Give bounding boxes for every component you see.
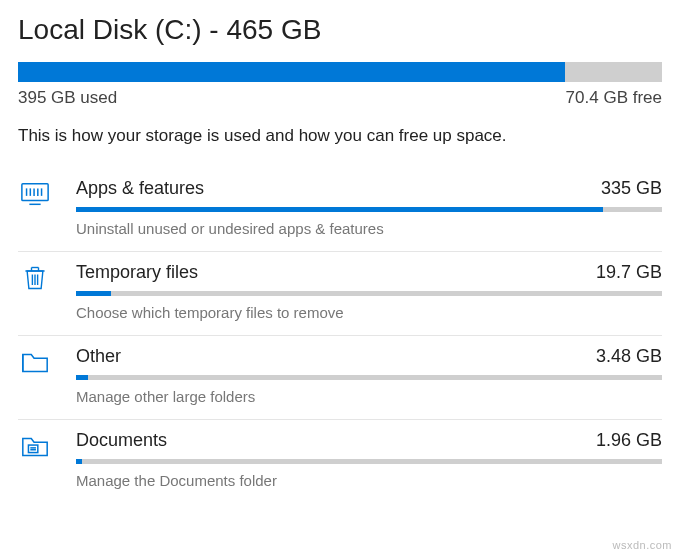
category-name: Other	[76, 346, 121, 367]
category-description: Uninstall unused or undesired apps & fea…	[76, 220, 662, 237]
category-bar	[76, 291, 662, 296]
folder-icon	[18, 346, 52, 405]
category-bar-fill	[76, 207, 603, 212]
trash-icon	[18, 262, 52, 321]
category-size: 19.7 GB	[596, 262, 662, 283]
storage-usage-labels: 395 GB used 70.4 GB free	[18, 88, 662, 108]
category-bar-fill	[76, 291, 111, 296]
storage-description: This is how your storage is used and how…	[18, 126, 662, 146]
category-documents[interactable]: Documents 1.96 GB Manage the Documents f…	[18, 420, 662, 503]
category-folder[interactable]: Other 3.48 GB Manage other large folders	[18, 336, 662, 420]
category-size: 1.96 GB	[596, 430, 662, 451]
documents-icon	[18, 430, 52, 489]
category-bar	[76, 207, 662, 212]
category-description: Choose which temporary files to remove	[76, 304, 662, 321]
apps-icon	[18, 178, 52, 237]
used-label: 395 GB used	[18, 88, 117, 108]
category-name: Documents	[76, 430, 167, 451]
category-size: 335 GB	[601, 178, 662, 199]
storage-usage-bar	[18, 62, 662, 82]
category-bar	[76, 459, 662, 464]
page-title: Local Disk (C:) - 465 GB	[18, 14, 662, 46]
svg-rect-14	[28, 445, 37, 453]
category-trash[interactable]: Temporary files 19.7 GB Choose which tem…	[18, 252, 662, 336]
category-bar-fill	[76, 375, 88, 380]
category-description: Manage the Documents folder	[76, 472, 662, 489]
category-name: Apps & features	[76, 178, 204, 199]
category-bar	[76, 375, 662, 380]
category-apps[interactable]: Apps & features 335 GB Uninstall unused …	[18, 168, 662, 252]
category-name: Temporary files	[76, 262, 198, 283]
free-label: 70.4 GB free	[566, 88, 662, 108]
category-bar-fill	[76, 459, 82, 464]
storage-usage-bar-fill	[18, 62, 565, 82]
category-description: Manage other large folders	[76, 388, 662, 405]
category-size: 3.48 GB	[596, 346, 662, 367]
